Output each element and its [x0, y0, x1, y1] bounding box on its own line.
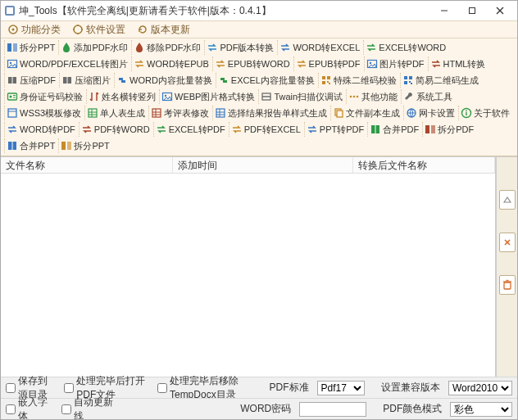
toolbar-button[interactable]: 单人表生成	[84, 106, 148, 120]
toolbar-button[interactable]: 关于软件	[458, 106, 513, 120]
swap-icon	[134, 58, 145, 70]
qr-icon	[320, 75, 332, 86]
toolbar-button[interactable]: 合并PPT	[4, 138, 58, 153]
toolbar-button[interactable]: 考评表修改	[148, 106, 212, 120]
toolbar-button[interactable]: 选择结果报告单样式生成	[212, 106, 330, 120]
swap-icon	[296, 58, 307, 70]
toolbar-label: EXCEL转PDF	[169, 124, 225, 136]
chk-open-after-box[interactable]	[64, 383, 74, 393]
svg-point-12	[10, 62, 11, 64]
swap-icon	[7, 124, 18, 135]
toolbar-button[interactable]: 移除PDF水印	[131, 40, 204, 55]
svg-rect-25	[409, 76, 412, 79]
svg-rect-29	[8, 93, 17, 100]
tool-icon	[403, 91, 415, 102]
col-outname[interactable]: 转换后文件名称	[353, 157, 495, 173]
move-up-button[interactable]	[499, 190, 516, 210]
toolbar-button[interactable]: 姓名横转竖列	[86, 89, 159, 104]
toolbar-button[interactable]: 简易二维码生成	[400, 73, 482, 88]
split-icon	[61, 140, 72, 151]
word-pwd-input[interactable]	[299, 402, 366, 417]
svg-rect-21	[322, 81, 325, 84]
svg-rect-42	[89, 109, 97, 117]
toolbar-button[interactable]: 合并PDF	[367, 122, 422, 137]
svg-rect-20	[327, 76, 330, 79]
table-body[interactable]	[1, 174, 495, 377]
toolbar-button[interactable]: 图片转PDF	[364, 56, 428, 71]
toolbar-label: WORD转PDF	[20, 124, 75, 136]
chk-remove-temp-box[interactable]	[157, 383, 167, 393]
pdf-std-select[interactable]: Pdf17	[317, 381, 365, 395]
id-icon	[7, 91, 18, 102]
toolbar-button[interactable]: 压缩PDF	[4, 73, 59, 88]
toolbar: 拆分PPT添加PDF水印移除PDF水印PDF版本转换WORD转EXCELEXCE…	[1, 38, 517, 156]
zip-icon	[61, 75, 73, 86]
minimize-button[interactable]	[430, 2, 458, 20]
chk-auto-update[interactable]: 自动更新线	[61, 395, 118, 421]
toolbar-button[interactable]: WORD转EXCEL	[277, 40, 363, 55]
svg-point-8	[74, 25, 82, 34]
chk-embed-font[interactable]: 嵌入字体	[6, 395, 53, 421]
toolbar-button[interactable]: 添加PDF水印	[58, 40, 131, 55]
svg-point-59	[466, 110, 467, 111]
svg-rect-1	[7, 7, 13, 14]
toolbar-button[interactable]: 压缩图片	[59, 73, 114, 88]
toolbar-label: EXCEL转WORD	[379, 42, 446, 54]
chk-save-source-box[interactable]	[6, 383, 16, 393]
toolbar-label: 图片转PDF	[379, 58, 425, 70]
replace-icon	[218, 75, 229, 86]
color-mode-select[interactable]: 彩色	[450, 402, 512, 417]
svg-point-39	[357, 96, 359, 98]
toolbar-button[interactable]: 拆分PPT	[58, 138, 112, 153]
menu-software-settings[interactable]: 软件设置	[69, 22, 129, 38]
menu-version-update[interactable]: 版本更新	[134, 22, 193, 38]
menu-func-category[interactable]: 功能分类	[4, 22, 64, 38]
toolbar-button[interactable]: EXCEL转WORD	[363, 40, 449, 55]
toolbar-button[interactable]: 身份证号码校验	[4, 89, 86, 104]
trash-button[interactable]	[499, 275, 516, 295]
toolbar-button[interactable]: EPUB转WORD	[212, 56, 293, 71]
toolbar-button[interactable]: WEBP图片格式转换	[159, 89, 258, 104]
toolbar-button[interactable]: 其他功能	[346, 89, 401, 104]
table-icon	[87, 107, 98, 119]
toolbar-button[interactable]: 拆分PDF	[422, 122, 477, 137]
toolbar-button[interactable]: 网卡设置	[403, 106, 458, 120]
toolbar-button[interactable]: WORD转EPUB	[131, 56, 212, 71]
toolbar-button[interactable]: WORD/PDF/EXCEL转图片	[4, 56, 131, 71]
toolbar-label: 压缩PDF	[20, 75, 56, 87]
toolbar-label: 简易二维码生成	[416, 75, 479, 87]
toolbar-button[interactable]: 特殊二维码校验	[318, 73, 400, 88]
col-filename[interactable]: 文件名称	[1, 157, 173, 173]
template-icon	[7, 107, 18, 119]
toolbar-button[interactable]: WORD转PDF	[4, 122, 79, 137]
image-icon	[7, 58, 18, 70]
toolbar-button[interactable]: 拆分PPT	[4, 40, 58, 55]
toolbar-label: 选择结果报告单样式生成	[228, 107, 327, 120]
maximize-button[interactable]	[458, 2, 486, 20]
toolbar-button[interactable]: HTML转换	[428, 56, 489, 71]
compat-select[interactable]: Word2010	[448, 381, 512, 395]
col-addtime[interactable]: 添加时间	[173, 157, 353, 173]
chk-auto-update-box[interactable]	[61, 404, 71, 414]
close-button[interactable]	[486, 2, 514, 20]
toolbar-label: 拆分PDF	[438, 124, 474, 136]
menu-label: 版本更新	[151, 23, 190, 37]
toolbar-button[interactable]: PDF转WORD	[79, 122, 153, 137]
toolbar-button[interactable]: WORD内容批量替换	[114, 73, 216, 88]
merge-icon	[7, 140, 18, 151]
remove-button[interactable]	[499, 233, 516, 252]
toolbar-button[interactable]: EPUB转PDF	[293, 56, 364, 71]
water-icon	[61, 42, 72, 53]
toolbar-button[interactable]: EXCEL转PDF	[153, 122, 229, 137]
toolbar-label: PPT转PDF	[320, 124, 364, 136]
chk-embed-font-box[interactable]	[6, 404, 16, 414]
toolbar-button[interactable]: PDF转EXCEL	[229, 122, 304, 137]
toolbar-button[interactable]: EXCEL内容批量替换	[216, 73, 318, 88]
toolbar-button[interactable]: WSS3模板修改	[4, 106, 84, 120]
toolbar-button[interactable]: 文件副本生成	[330, 106, 403, 120]
toolbar-button[interactable]: PPT转PDF	[304, 122, 367, 137]
more-icon	[348, 91, 360, 102]
toolbar-button[interactable]: Twain扫描仪调试	[258, 89, 346, 104]
toolbar-button[interactable]: PDF版本转换	[204, 40, 277, 55]
toolbar-button[interactable]: 系统工具	[401, 89, 456, 104]
